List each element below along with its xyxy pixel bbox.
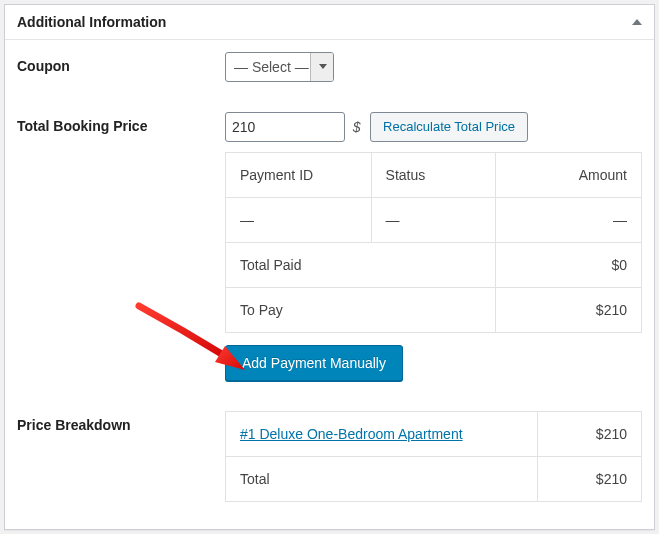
currency-symbol: $ [353, 119, 361, 135]
breakdown-total-row: Total $210 [226, 457, 642, 502]
payments-row-empty: — — — [226, 198, 642, 243]
payments-header-id: Payment ID [226, 153, 372, 198]
total-booking-price-row: Total Booking Price $ Recalculate Total … [17, 112, 642, 142]
payments-row: Payment ID Status Amount — — — Total Pai… [17, 152, 642, 381]
coupon-select[interactable]: — Select — [225, 52, 334, 82]
price-breakdown-row: Price Breakdown #1 Deluxe One-Bedroom Ap… [17, 411, 642, 502]
add-payment-manually-button[interactable]: Add Payment Manually [225, 345, 403, 381]
breakdown-item-link[interactable]: #1 Deluxe One-Bedroom Apartment [240, 426, 463, 442]
coupon-label: Coupon [17, 52, 225, 80]
recalculate-total-price-button[interactable]: Recalculate Total Price [370, 112, 528, 142]
panel-body: Coupon — Select — Total Booking Price $ … [5, 40, 654, 514]
total-booking-price-label: Total Booking Price [17, 112, 225, 140]
panel-title: Additional Information [17, 14, 166, 30]
coupon-row: Coupon — Select — [17, 52, 642, 82]
payments-table: Payment ID Status Amount — — — Total Pai… [225, 152, 642, 333]
collapse-up-icon[interactable] [632, 19, 642, 25]
payments-header-status: Status [371, 153, 496, 198]
price-breakdown-label: Price Breakdown [17, 411, 225, 439]
payments-header-amount: Amount [496, 153, 642, 198]
price-breakdown-table: #1 Deluxe One-Bedroom Apartment $210 Tot… [225, 411, 642, 502]
payments-to-pay-row: To Pay $210 [226, 288, 642, 333]
payments-total-paid-row: Total Paid $0 [226, 243, 642, 288]
breakdown-item-amount: $210 [538, 412, 642, 457]
panel-header[interactable]: Additional Information [5, 5, 654, 40]
additional-information-panel: Additional Information Coupon — Select —… [4, 4, 655, 530]
total-booking-price-input[interactable] [225, 112, 345, 142]
breakdown-item-row: #1 Deluxe One-Bedroom Apartment $210 [226, 412, 642, 457]
